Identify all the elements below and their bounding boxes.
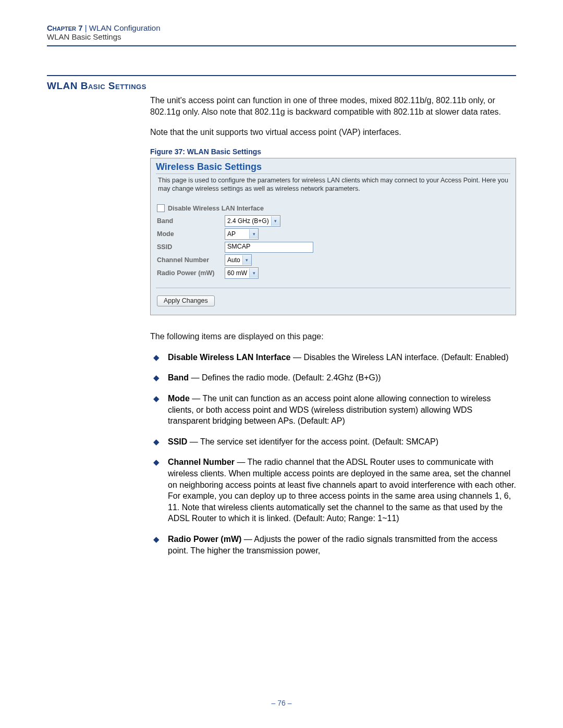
radio-power-select[interactable]: 60 mW ▾ xyxy=(225,267,259,279)
panel-title: Wireless Basic Settings xyxy=(151,158,516,174)
breadcrumb-separator: | xyxy=(83,23,89,32)
panel-description: This page is used to configure the param… xyxy=(151,176,516,205)
channel-select[interactable]: Auto ▾ xyxy=(225,254,252,266)
chevron-down-icon: ▾ xyxy=(271,216,280,226)
apply-changes-button[interactable]: Apply Changes xyxy=(157,295,215,306)
ssid-input[interactable]: SMCAP xyxy=(225,242,313,253)
section-title: WLAN Basic Settings xyxy=(47,80,516,92)
channel-label: Channel Number xyxy=(157,256,225,264)
page-number: – 76 – xyxy=(0,699,563,707)
list-item: Band — Defines the radio mode. (Default:… xyxy=(150,372,516,384)
list-item: Radio Power (mW) — Adjusts the power of … xyxy=(150,534,516,556)
band-select[interactable]: 2.4 GHz (B+G) ▾ xyxy=(225,215,280,227)
intro-paragraph-1: The unit's access point can function in … xyxy=(150,95,516,117)
wireless-settings-panel: Wireless Basic Settings This page is use… xyxy=(150,158,516,316)
list-item: Channel Number — The radio channel that … xyxy=(150,456,516,524)
chapter-label: Chapter 7 xyxy=(47,23,83,32)
chevron-down-icon: ▾ xyxy=(242,255,251,265)
list-item: SSID — The service set identifyer for th… xyxy=(150,436,516,448)
chevron-down-icon: ▾ xyxy=(249,268,258,278)
disable-wlan-label: Disable Wireless LAN Interface xyxy=(168,205,264,212)
list-item: Mode — The unit can function as an acces… xyxy=(150,393,516,427)
chevron-down-icon: ▾ xyxy=(249,229,258,239)
list-intro: The following items are displayed on thi… xyxy=(150,331,516,342)
breadcrumb: Chapter 7 | WLAN Configuration WLAN Basi… xyxy=(47,23,516,46)
intro-paragraph-2: Note that the unit supports two virtual … xyxy=(150,127,516,138)
chapter-title: WLAN Configuration xyxy=(89,23,161,32)
disable-wlan-checkbox[interactable] xyxy=(157,204,165,212)
mode-select[interactable]: AP ▾ xyxy=(225,228,259,240)
list-item: Disable Wireless LAN Interface — Disable… xyxy=(150,352,516,363)
breadcrumb-subtitle: WLAN Basic Settings xyxy=(47,32,516,41)
ssid-label: SSID xyxy=(157,243,225,251)
radio-power-label: Radio Power (mW) xyxy=(157,269,225,277)
figure-caption: Figure 37: WLAN Basic Settings xyxy=(150,147,516,156)
band-label: Band xyxy=(157,217,225,225)
mode-label: Mode xyxy=(157,230,225,238)
settings-description-list: Disable Wireless LAN Interface — Disable… xyxy=(150,352,516,556)
